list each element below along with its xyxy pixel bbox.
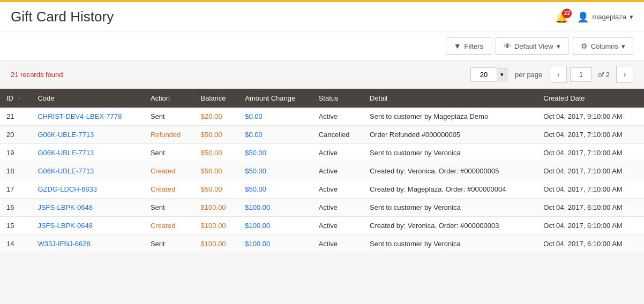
- cell-balance: $100.00: [194, 235, 239, 253]
- notification-button[interactable]: 🔔 22: [555, 11, 568, 24]
- user-chevron-icon: ▾: [630, 13, 633, 21]
- notification-badge: 22: [562, 9, 572, 18]
- action-value: Created: [151, 185, 175, 193]
- code-link[interactable]: JSFS-LBPK-0648: [38, 203, 93, 211]
- cell-detail: Created by: Veronica. Order: #000000005: [363, 162, 537, 180]
- amount-change-value: $50.00: [245, 167, 266, 175]
- cell-amount-change: $50.00: [238, 180, 312, 199]
- col-status[interactable]: Status: [312, 89, 363, 108]
- pagination: ▾ per page ‹ of 2 ›: [470, 66, 633, 83]
- filters-button[interactable]: ▼ Filters: [446, 37, 491, 55]
- sort-arrow-id: ↑: [18, 95, 21, 102]
- cell-status: Active: [312, 162, 363, 180]
- per-page-input[interactable]: [470, 67, 497, 82]
- cell-balance: $100.00: [194, 217, 239, 235]
- col-id[interactable]: ID ↑: [0, 89, 31, 108]
- cell-id: 16: [0, 199, 31, 217]
- status-value: Active: [319, 222, 338, 230]
- cell-action: Refunded: [144, 126, 194, 144]
- cell-balance: $100.00: [194, 199, 239, 217]
- records-found: 21 records found: [11, 71, 63, 79]
- col-detail[interactable]: Detail: [363, 89, 537, 108]
- cell-balance: $50.00: [194, 180, 239, 199]
- code-link[interactable]: GZDG-LDCH-6833: [38, 185, 97, 193]
- table-row: 18 G06K-UBLE-7713 Created $50.00 $50.00 …: [0, 162, 644, 180]
- amount-change-value: $0.00: [245, 112, 263, 120]
- header-right: 🔔 22 👤 mageplaza ▾: [555, 11, 633, 24]
- cell-id: 21: [0, 108, 31, 126]
- col-balance[interactable]: Balance: [194, 89, 239, 108]
- amount-change-value: $100.00: [245, 240, 270, 248]
- per-page-dropdown-button[interactable]: ▾: [497, 68, 507, 81]
- user-icon: 👤: [577, 11, 589, 23]
- code-link[interactable]: G06K-UBLE-7713: [38, 149, 94, 157]
- prev-page-button[interactable]: ‹: [550, 66, 567, 83]
- cell-detail: Sent to customer by Veronica: [363, 144, 537, 162]
- cell-amount-change: $0.00: [238, 126, 312, 144]
- cell-amount-change: $100.00: [238, 199, 312, 217]
- cell-balance: $50.00: [194, 144, 239, 162]
- cell-status: Active: [312, 180, 363, 199]
- cell-code: G06K-UBLE-7713: [31, 126, 144, 144]
- cell-created-date: Oct 04, 2017, 6:10:00 AM: [537, 217, 644, 235]
- default-view-button[interactable]: 👁 Default View ▾: [496, 37, 568, 55]
- action-value: Created: [151, 222, 175, 230]
- page-title: Gift Card History: [11, 9, 114, 25]
- columns-button[interactable]: ⚙ Columns ▾: [573, 37, 633, 55]
- toolbar: ▼ Filters 👁 Default View ▾ ⚙ Columns ▾: [0, 32, 644, 60]
- table-row: 17 GZDG-LDCH-6833 Created $50.00 $50.00 …: [0, 180, 644, 199]
- cell-id: 17: [0, 180, 31, 199]
- filter-icon: ▼: [454, 42, 461, 50]
- cell-balance: $20.00: [194, 108, 239, 126]
- cell-created-date: Oct 04, 2017, 7:10:00 AM: [537, 126, 644, 144]
- user-menu-button[interactable]: 👤 mageplaza ▾: [577, 11, 633, 23]
- col-code[interactable]: Code: [31, 89, 144, 108]
- cell-status: Active: [312, 199, 363, 217]
- status-value: Active: [319, 112, 338, 120]
- balance-value: $100.00: [201, 203, 226, 211]
- cell-created-date: Oct 04, 2017, 7:10:00 AM: [537, 162, 644, 180]
- cell-code: G06K-UBLE-7713: [31, 144, 144, 162]
- cell-code: W33J-IFNJ-6628: [31, 235, 144, 253]
- view-chevron-icon: ▾: [557, 42, 560, 50]
- cell-id: 19: [0, 144, 31, 162]
- table-row: 15 JSFS-LBPK-0648 Created $100.00 $100.0…: [0, 217, 644, 235]
- cell-detail: Sent to customer by Mageplaza Demo: [363, 108, 537, 126]
- col-amount-change[interactable]: Amount Change: [238, 89, 312, 108]
- gear-icon: ⚙: [581, 42, 588, 50]
- cell-detail: Sent to customer by Veronica: [363, 199, 537, 217]
- eye-icon: 👁: [504, 42, 511, 50]
- cell-amount-change: $50.00: [238, 144, 312, 162]
- columns-label: Columns: [591, 42, 618, 50]
- table-row: 20 G06K-UBLE-7713 Refunded $50.00 $0.00 …: [0, 126, 644, 144]
- action-value: Created: [151, 167, 175, 175]
- code-link[interactable]: W33J-IFNJ-6628: [38, 240, 90, 248]
- cell-status: Active: [312, 144, 363, 162]
- action-value: Sent: [151, 203, 165, 211]
- code-link[interactable]: G06K-UBLE-7713: [38, 167, 94, 175]
- cell-status: Active: [312, 217, 363, 235]
- balance-value: $50.00: [201, 185, 222, 193]
- cell-action: Created: [144, 162, 194, 180]
- table-wrapper: ID ↑ Code Action Balance Amount Change S…: [0, 89, 644, 253]
- cell-created-date: Oct 04, 2017, 6:10:00 AM: [537, 199, 644, 217]
- code-link[interactable]: G06K-UBLE-7713: [38, 131, 94, 139]
- col-created-date[interactable]: Created Date: [537, 89, 644, 108]
- action-value: Sent: [151, 112, 165, 120]
- columns-chevron-icon: ▾: [621, 42, 625, 50]
- cell-action: Sent: [144, 144, 194, 162]
- table-row: 14 W33J-IFNJ-6628 Sent $100.00 $100.00 A…: [0, 235, 644, 253]
- cell-action: Sent: [144, 108, 194, 126]
- code-link[interactable]: JSFS-LBPK-0648: [38, 222, 93, 230]
- col-action[interactable]: Action: [144, 89, 194, 108]
- amount-change-value: $100.00: [245, 222, 270, 230]
- next-page-button[interactable]: ›: [616, 66, 633, 83]
- cell-id: 20: [0, 126, 31, 144]
- table-header: ID ↑ Code Action Balance Amount Change S…: [0, 89, 644, 108]
- sub-toolbar: 21 records found ▾ per page ‹ of 2 ›: [0, 60, 644, 89]
- current-page-input[interactable]: [570, 67, 591, 82]
- status-value: Active: [319, 167, 338, 175]
- cell-balance: $50.00: [194, 126, 239, 144]
- amount-change-value: $50.00: [245, 149, 266, 157]
- code-link[interactable]: CHRIST-DBV4-LBEX-7778: [38, 112, 122, 120]
